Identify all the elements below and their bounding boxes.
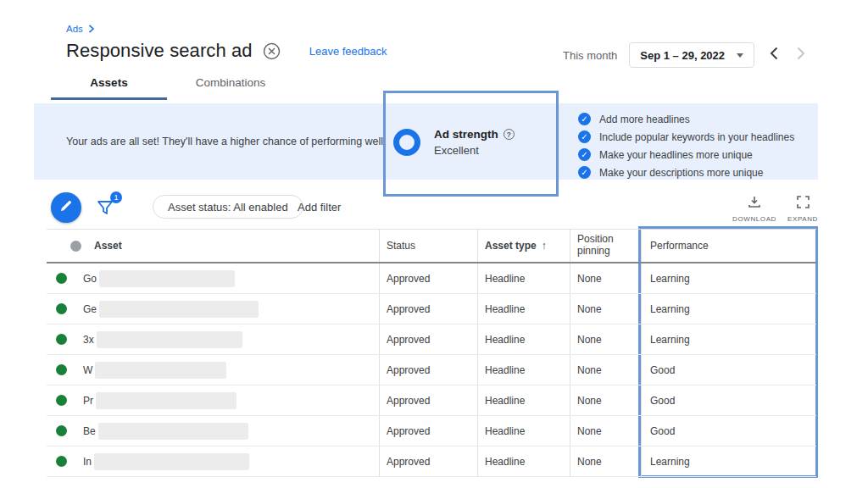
- asset-text: In: [83, 456, 92, 468]
- suggestion-label: Include popular keywords in your headlin…: [599, 131, 794, 143]
- breadcrumb-ads-link[interactable]: Ads: [66, 24, 83, 34]
- suggestion-item: ✓Make your descriptions more unique: [578, 164, 794, 181]
- asset-type-cell: Headline: [477, 263, 570, 293]
- tab-bar: Assets Combinations: [51, 76, 294, 100]
- download-button[interactable]: DOWNLOAD: [732, 196, 776, 223]
- suggestion-item: ✓Add more headlines: [578, 110, 794, 128]
- download-label: DOWNLOAD: [732, 215, 776, 223]
- performance-cell: Learning: [641, 446, 816, 476]
- enabled-status-dot-icon: [56, 364, 67, 375]
- period-label: This month: [563, 49, 617, 62]
- position-pinning-cell: None: [570, 385, 641, 415]
- performance-cell: Learning: [641, 294, 816, 324]
- asset-type-cell: Headline: [477, 385, 570, 415]
- suggestion-label: Make your descriptions more unique: [599, 167, 763, 179]
- download-icon: [748, 197, 761, 211]
- status-cell: Approved: [379, 263, 477, 293]
- ad-strength-gauge-icon: [393, 129, 420, 156]
- asset-cell: Pr: [47, 385, 379, 415]
- tab-assets[interactable]: Assets: [51, 76, 167, 100]
- enabled-status-dot-icon: [56, 273, 67, 284]
- position-pinning-cell: None: [570, 416, 641, 446]
- suggestion-label: Make your headlines more unique: [599, 149, 753, 161]
- breadcrumb: Ads: [66, 24, 95, 34]
- help-icon[interactable]: ?: [504, 129, 515, 140]
- asset-text: Ge: [83, 303, 97, 315]
- check-circle-icon: ✓: [578, 148, 591, 161]
- performance-cell: Learning: [641, 263, 816, 293]
- date-range-dropdown[interactable]: Sep 1 – 29, 2022: [629, 42, 754, 68]
- next-period-button[interactable]: [797, 47, 805, 64]
- enabled-status-dot-icon: [56, 303, 67, 314]
- remove-ad-icon[interactable]: [263, 42, 281, 60]
- redacted-asset-text: [99, 270, 235, 287]
- chevron-right-icon: [88, 25, 95, 33]
- suggestion-label: Add more headlines: [599, 114, 690, 125]
- table-row[interactable]: 3xApprovedHeadlineNoneLearning: [47, 324, 816, 355]
- prev-period-button[interactable]: [770, 47, 778, 64]
- asset-cell: Ge: [47, 294, 379, 324]
- position-pinning-cell: None: [570, 294, 641, 324]
- redacted-asset-text: [98, 423, 248, 440]
- leave-feedback-link[interactable]: Leave feedback: [309, 45, 387, 58]
- tab-combinations[interactable]: Combinations: [167, 76, 294, 100]
- add-filter-button[interactable]: Add filter: [298, 201, 341, 214]
- asset-cell: 3x: [47, 324, 379, 354]
- suggestions-list: ✓Add more headlines✓Include popular keyw…: [578, 110, 794, 181]
- status-cell: Approved: [379, 385, 477, 415]
- column-header-position-pinning[interactable]: Position pinning: [570, 230, 641, 262]
- date-range-cluster: This month Sep 1 – 29, 2022: [563, 42, 805, 68]
- column-header-asset[interactable]: Asset: [47, 230, 379, 262]
- title-row: Responsive search ad Leave feedback: [66, 40, 387, 62]
- check-circle-icon: ✓: [578, 113, 591, 125]
- status-cell: Approved: [379, 324, 477, 354]
- table-row[interactable]: WApprovedHeadlineNoneGood: [47, 355, 816, 385]
- asset-cell: Be: [47, 416, 379, 446]
- enabled-status-dot-icon: [56, 425, 67, 436]
- sort-ascending-icon: ↑: [542, 240, 547, 252]
- table-row[interactable]: GoApprovedHeadlineNoneLearning: [47, 263, 816, 294]
- redacted-asset-text: [96, 392, 236, 409]
- expand-button[interactable]: EXPAND: [781, 196, 825, 223]
- status-cell: Approved: [379, 355, 477, 385]
- filter-count-badge: 1: [110, 191, 122, 203]
- asset-cell: In: [47, 446, 379, 476]
- date-range-value: Sep 1 – 29, 2022: [640, 49, 725, 62]
- check-circle-icon: ✓: [578, 166, 591, 179]
- asset-cell: Go: [47, 263, 379, 293]
- enabled-status-dot-icon: [56, 395, 67, 406]
- table-row[interactable]: PrApprovedHeadlineNoneGood: [47, 385, 816, 416]
- asset-status-chip[interactable]: Asset status: All enabled: [153, 195, 303, 219]
- table-body: GoApprovedHeadlineNoneLearningGeApproved…: [47, 263, 816, 477]
- expand-label: EXPAND: [781, 215, 825, 223]
- status-cell: Approved: [379, 446, 477, 476]
- column-header-performance[interactable]: Performance: [641, 230, 816, 262]
- position-pinning-cell: None: [570, 263, 641, 293]
- asset-type-cell: Headline: [477, 355, 570, 385]
- asset-text: Go: [83, 273, 97, 285]
- assets-table: Asset Status Asset type ↑ Position pinni…: [47, 229, 816, 477]
- position-pinning-cell: None: [570, 446, 641, 476]
- table-row[interactable]: BeApprovedHeadlineNoneGood: [47, 416, 816, 446]
- position-pinning-cell: None: [570, 324, 641, 354]
- asset-type-cell: Headline: [477, 446, 570, 476]
- edit-button[interactable]: [51, 192, 81, 223]
- asset-text: 3x: [83, 334, 94, 346]
- status-cell: Approved: [379, 294, 477, 324]
- asset-text: W: [83, 364, 92, 376]
- column-header-asset-type[interactable]: Asset type ↑: [477, 230, 570, 262]
- column-header-status[interactable]: Status: [379, 230, 477, 262]
- asset-type-cell: Headline: [477, 416, 570, 446]
- enabled-status-dot-icon: [56, 456, 67, 467]
- table-row[interactable]: GeApprovedHeadlineNoneLearning: [47, 294, 816, 324]
- performance-cell: Learning: [641, 324, 816, 354]
- suggestion-item: ✓Include popular keywords in your headli…: [578, 128, 794, 146]
- table-row[interactable]: InApprovedHeadlineNoneLearning: [47, 446, 816, 477]
- performance-cell: Good: [641, 385, 816, 415]
- enabled-status-dot-icon: [56, 334, 67, 345]
- funnel-icon: [95, 206, 115, 220]
- redacted-asset-text: [97, 331, 242, 348]
- redacted-asset-text: [95, 362, 226, 379]
- expand-icon: [797, 197, 810, 211]
- asset-type-cell: Headline: [477, 294, 570, 324]
